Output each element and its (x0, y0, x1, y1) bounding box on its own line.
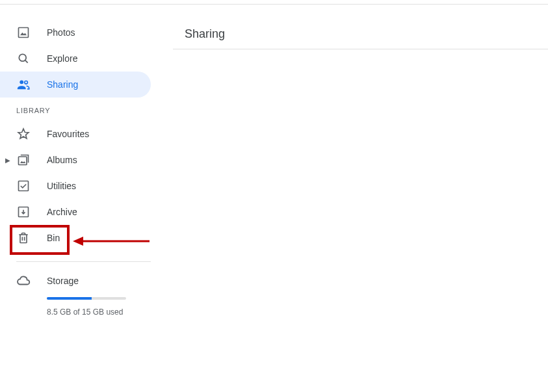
svg-point-4 (25, 81, 28, 85)
storage-progress-fill (47, 297, 92, 300)
svg-marker-5 (18, 129, 29, 138)
search-icon (16, 51, 31, 66)
sidebar-item-favourites[interactable]: Favourites (0, 121, 151, 147)
storage-usage-text: 8.5 GB of 15 GB used (47, 307, 151, 317)
svg-rect-0 (19, 28, 29, 38)
sidebar-item-explore[interactable]: Explore (0, 46, 151, 72)
sidebar-item-label: Sharing (47, 79, 78, 90)
library-section-header: LIBRARY (0, 98, 151, 121)
people-icon (16, 77, 31, 92)
sidebar-item-utilities[interactable]: Utilities (0, 173, 151, 199)
star-icon (16, 127, 31, 141)
cloud-icon (16, 274, 31, 288)
top-border (0, 4, 548, 5)
sidebar-item-archive[interactable]: Archive (0, 199, 151, 225)
sidebar-item-label: Utilities (47, 181, 76, 191)
sidebar-item-label: Archive (47, 207, 77, 217)
sidebar-item-label: Albums (47, 155, 77, 165)
storage-section[interactable]: Storage 8.5 GB of 15 GB used (0, 274, 151, 317)
sidebar-item-label: Favourites (47, 129, 89, 139)
svg-point-1 (19, 54, 26, 61)
page-title: Sharing (173, 20, 548, 49)
sidebar-item-bin[interactable]: Bin (0, 225, 151, 251)
sidebar: Photos Explore Sharing LIBRARY (0, 20, 151, 317)
sidebar-item-label: Explore (47, 53, 77, 64)
sidebar-item-photos[interactable]: Photos (0, 20, 151, 46)
svg-line-2 (25, 60, 28, 63)
chevron-right-icon: ▶ (5, 157, 10, 164)
svg-rect-6 (19, 157, 27, 165)
sidebar-item-label: Photos (47, 27, 75, 38)
main-content: Sharing (173, 20, 548, 49)
sidebar-item-label: Bin (47, 233, 60, 243)
storage-progress-bar (47, 297, 126, 300)
sidebar-item-sharing[interactable]: Sharing (0, 72, 151, 98)
archive-icon (16, 205, 31, 219)
utilities-icon (16, 179, 31, 193)
svg-point-3 (20, 80, 23, 84)
sidebar-item-albums[interactable]: ▶ Albums (0, 147, 151, 173)
main-divider (173, 49, 548, 49)
album-icon (16, 153, 31, 167)
svg-rect-7 (19, 181, 29, 191)
trash-icon (16, 231, 31, 245)
photos-icon (16, 25, 31, 40)
storage-label: Storage (47, 276, 79, 286)
divider (16, 261, 151, 262)
